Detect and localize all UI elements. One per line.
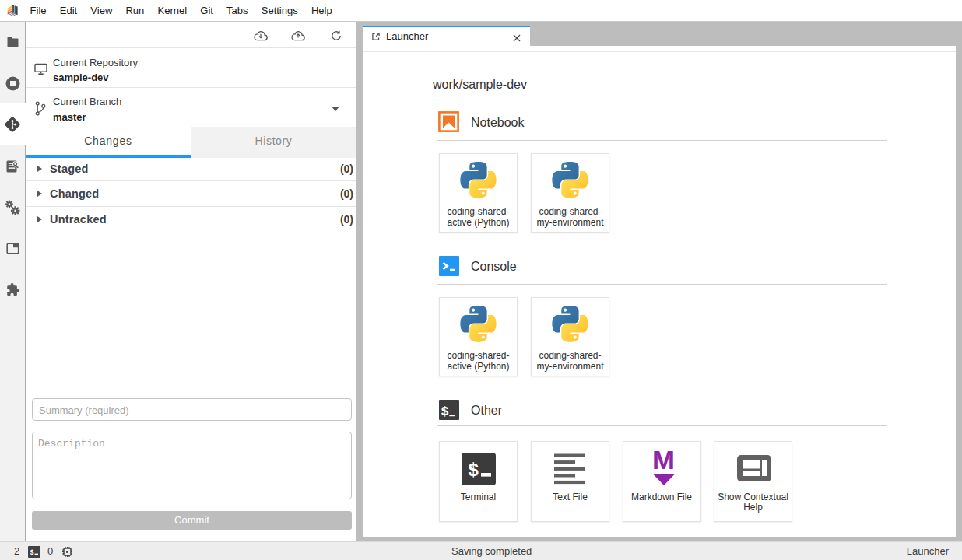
svg-text:$: $	[30, 549, 34, 557]
svg-text:$: $	[468, 460, 479, 481]
svg-text:$: $	[441, 404, 448, 419]
svg-text:M: M	[652, 450, 675, 474]
